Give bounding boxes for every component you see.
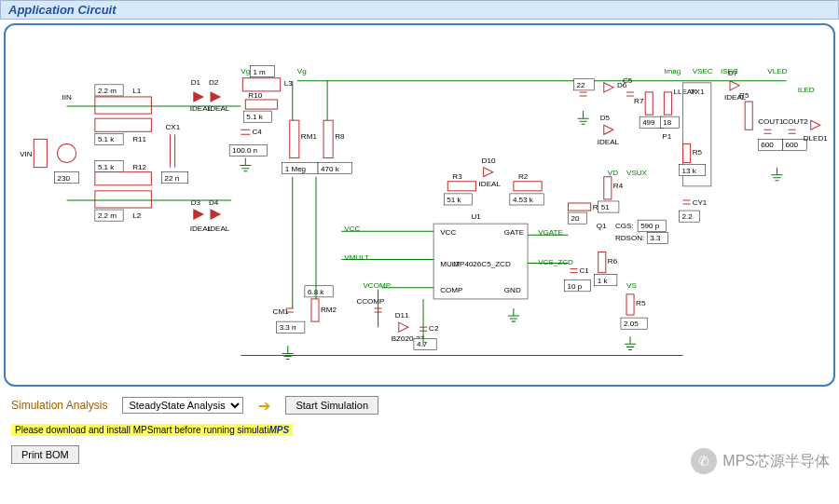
svg-text:5.1 k: 5.1 k [246,113,263,121]
svg-rect-6 [95,118,152,131]
svg-rect-12 [95,191,152,208]
svg-text:499: 499 [642,118,655,127]
svg-text:R2: R2 [518,172,529,181]
svg-text:TX1: TX1 [691,88,705,96]
svg-marker-129 [604,125,613,134]
svg-text:D7: D7 [728,69,738,77]
l2-val: 2.2 m [98,211,117,220]
panel-header: Application Circuit [0,0,839,20]
svg-text:COUT2: COUT2 [783,117,809,126]
svg-text:D3: D3 [191,198,201,207]
svg-point-1 [58,143,76,162]
svg-text:R4: R4 [613,182,624,190]
svg-text:3.3 n: 3.3 n [280,323,296,332]
svg-text:18: 18 [663,118,671,127]
svg-text:L3: L3 [284,79,293,88]
svg-rect-9 [95,172,152,185]
r11-val: 5.1 k [98,135,115,143]
svg-text:3.3: 3.3 [650,234,661,242]
analysis-select[interactable]: SteadyState Analysis [122,397,243,414]
svg-rect-165 [745,102,752,129]
svg-text:D2: D2 [209,78,219,87]
svg-text:Imag: Imag [664,67,681,75]
svg-text:VMULT: VMULT [344,253,369,262]
svg-text:D4: D4 [209,198,219,207]
print-bom-button[interactable]: Print BOM [11,445,79,464]
svg-text:IDEAL: IDEAL [208,104,230,113]
svg-text:10 p: 10 p [567,282,582,291]
svg-marker-19 [194,92,203,102]
svg-text:R5: R5 [636,299,646,307]
svg-text:C4: C4 [252,128,262,136]
svg-text:RM2: RM2 [321,306,337,314]
svg-text:2.05: 2.05 [624,320,639,328]
svg-rect-150 [683,143,691,162]
svg-rect-0 [34,139,47,167]
svg-text:20: 20 [571,214,579,223]
svg-text:1 Meg: 1 Meg [285,165,306,173]
cx1-val: 22 n [165,174,180,183]
svg-rect-96 [598,252,606,272]
install-warning: Please download and install MPSmart befo… [0,420,839,440]
header-title: Application Circuit [8,3,117,17]
svg-text:R7: R7 [634,97,644,105]
svg-text:IDEAL: IDEAL [598,138,620,146]
r12-val: 5.1 k [98,163,115,171]
svg-rect-65 [447,182,475,191]
svg-text:R3: R3 [452,172,462,181]
start-simulation-button[interactable]: Start Simulation [285,396,378,415]
svg-rect-101 [626,294,634,315]
analysis-label: Simulation Analysis [11,399,107,412]
svg-rect-72 [514,182,542,191]
svg-text:Q1: Q1 [597,222,607,230]
arrow-icon: ➔ [258,397,270,415]
svg-text:Vg: Vg [297,67,307,75]
circuit-diagram: VIN 230 IIN 2.2 m L1 5.1 k R11 5.1 k R12… [4,23,835,387]
svg-text:R8: R8 [335,132,345,141]
svg-text:R5: R5 [693,148,703,157]
svg-text:VSUX: VSUX [626,169,648,177]
svg-text:2.2: 2.2 [682,212,694,221]
svg-marker-69 [484,168,493,177]
svg-text:IDEAL: IDEAL [208,225,230,233]
svg-rect-3 [95,97,152,114]
svg-marker-20 [211,92,220,102]
svg-rect-80 [604,177,612,199]
svg-text:R12: R12 [132,163,146,171]
svg-rect-76 [568,203,590,211]
svg-text:600: 600 [786,141,799,149]
svg-marker-117 [399,322,408,332]
svg-text:R11: R11 [132,135,146,143]
iin-lbl: IIN [62,93,72,102]
svg-text:DLED1: DLED1 [804,134,829,143]
svg-text:COMP: COMP [440,286,462,294]
svg-text:ILED: ILED [798,86,815,94]
analysis-row: Simulation Analysis SteadyState Analysis… [0,390,839,420]
svg-text:22: 22 [577,81,585,89]
warning-brand: MPS [268,425,289,435]
svg-marker-179 [811,120,820,129]
svg-rect-50 [323,120,333,157]
svg-text:4.7: 4.7 [417,340,428,348]
svg-text:CX1: CX1 [166,123,181,131]
svg-text:C2: C2 [429,324,439,333]
svg-text:D10: D10 [482,157,496,165]
svg-text:COUT1: COUT1 [758,117,784,126]
svg-text:C5: C5 [623,76,633,85]
vin-val: 230 [58,174,71,183]
svg-text:IDEAL: IDEAL [479,180,502,188]
svg-text:51 k: 51 k [447,196,461,204]
l1-val: 2.2 m [98,87,117,95]
svg-text:L1: L1 [132,87,141,95]
svg-text:RM1: RM1 [301,132,318,141]
svg-text:4.53 k: 4.53 k [513,196,534,204]
svg-text:RDSON:: RDSON: [615,234,644,242]
svg-text:590 p: 590 p [640,222,660,230]
svg-text:1 m: 1 m [253,68,266,76]
svg-rect-36 [245,100,277,109]
svg-text:GND: GND [504,286,521,294]
svg-text:VCC: VCC [440,228,456,237]
svg-marker-162 [730,81,739,90]
svg-text:R5: R5 [739,91,750,100]
svg-rect-137 [645,92,653,115]
